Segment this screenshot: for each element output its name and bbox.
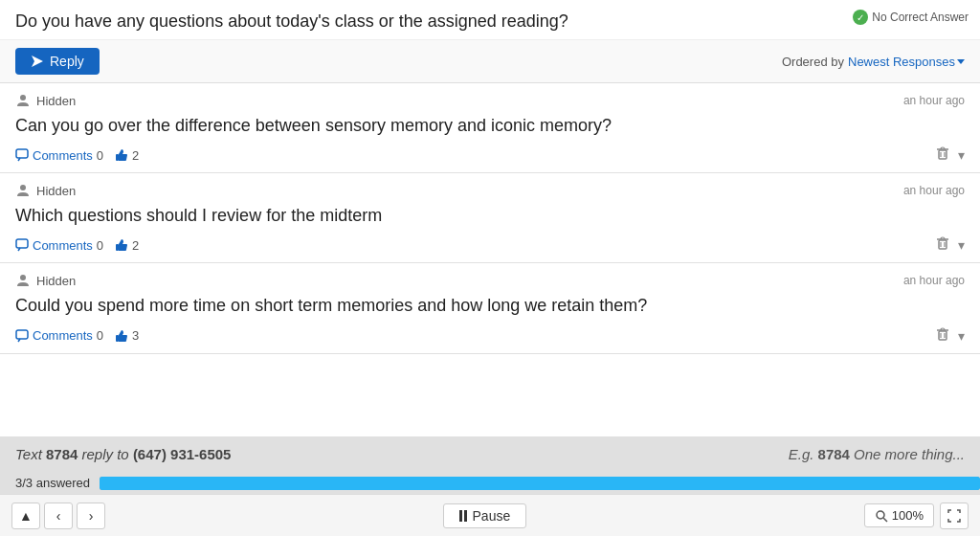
action-right-3: ▾ — [935, 326, 965, 346]
like-button-3[interactable]: 3 — [115, 328, 139, 343]
response-meta-1: Hidden an hour ago — [15, 93, 965, 108]
pause-icon — [459, 510, 467, 522]
delete-button-3[interactable] — [935, 326, 950, 346]
user-info-1: Hidden — [15, 93, 76, 108]
username-1: Hidden — [36, 94, 76, 108]
person-icon — [15, 183, 31, 198]
comments-button-1[interactable]: Comments 0 — [15, 148, 103, 163]
question-title: Do you have any questions about today's … — [15, 11, 965, 32]
bottom-right: 100% — [864, 502, 969, 529]
chevron-down-icon — [957, 59, 965, 64]
order-by-label: Ordered by — [782, 55, 844, 69]
delete-button-2[interactable] — [935, 235, 950, 255]
timestamp-2: an hour ago — [903, 184, 965, 197]
trash-icon — [935, 235, 950, 251]
svg-rect-2 — [16, 149, 28, 158]
svg-rect-5 — [939, 150, 947, 159]
text-bar-right: E.g. 8784 One more thing... — [789, 446, 965, 462]
comments-label-1: Comments — [33, 148, 93, 163]
like-count-3: 3 — [132, 328, 139, 343]
up-arrow-button[interactable]: ▲ — [11, 502, 40, 529]
svg-point-25 — [877, 511, 884, 519]
person-icon — [15, 93, 31, 108]
send-icon — [31, 55, 44, 68]
svg-rect-21 — [939, 331, 947, 340]
reply-button[interactable]: Reply — [15, 48, 100, 75]
action-left-1: Comments 0 2 — [15, 148, 139, 163]
bottom-left: ▲ ‹ › — [11, 502, 105, 529]
chevron-down-icon-2: ▾ — [958, 237, 965, 253]
like-count-2: 2 — [132, 238, 139, 253]
up-arrow-icon: ▲ — [19, 508, 33, 524]
response-text-3: Could you spend more time on short term … — [15, 294, 965, 318]
thumbs-up-icon — [115, 329, 128, 343]
response-item-3: Hidden an hour ago Could you spend more … — [0, 263, 980, 353]
next-button[interactable]: › — [77, 502, 105, 529]
trash-icon — [935, 326, 950, 342]
progress-track — [100, 477, 980, 490]
user-info-3: Hidden — [15, 273, 76, 288]
fullscreen-button[interactable] — [940, 502, 969, 529]
prev-icon: ‹ — [56, 508, 61, 524]
expand-button-2[interactable]: ▾ — [958, 237, 965, 253]
username-3: Hidden — [36, 274, 76, 288]
zoom-label: 100% — [892, 508, 924, 523]
comments-label-2: Comments — [33, 238, 93, 253]
comment-icon — [15, 148, 29, 162]
main-content: Do you have any questions about today's … — [0, 0, 980, 536]
svg-rect-20 — [116, 335, 119, 342]
thumbs-up-icon — [115, 148, 128, 162]
chevron-down-icon-1: ▾ — [958, 147, 965, 163]
svg-rect-13 — [939, 240, 947, 249]
no-correct-answer-label: No Correct Answer — [872, 11, 969, 24]
expand-button-1[interactable]: ▾ — [958, 147, 965, 163]
order-by-control: Ordered by Newest Responses — [782, 55, 965, 69]
response-actions-1: Comments 0 2 — [15, 145, 965, 165]
timestamp-1: an hour ago — [903, 94, 965, 107]
response-actions-3: Comments 0 3 — [15, 326, 965, 346]
svg-rect-12 — [116, 244, 119, 251]
comments-button-3[interactable]: Comments 0 — [15, 328, 103, 343]
pause-button[interactable]: Pause — [443, 503, 527, 528]
delete-button-1[interactable] — [935, 145, 950, 165]
like-button-2[interactable]: 2 — [115, 238, 139, 253]
comments-button-2[interactable]: Comments 0 — [15, 238, 103, 253]
action-left-2: Comments 0 2 — [15, 238, 139, 253]
response-item-2: Hidden an hour ago Which questions shoul… — [0, 173, 980, 263]
svg-point-17 — [20, 275, 26, 280]
action-right-2: ▾ — [935, 235, 965, 255]
svg-marker-0 — [32, 56, 43, 67]
pause-label: Pause — [473, 508, 511, 524]
svg-rect-4 — [116, 154, 119, 161]
progress-fill — [100, 477, 980, 490]
comment-count-3: 0 — [97, 328, 103, 343]
order-by-value-text: Newest Responses — [848, 55, 955, 69]
response-text-2: Which questions should I review for the … — [15, 204, 965, 228]
zoom-button[interactable]: 100% — [864, 503, 934, 527]
comments-label-3: Comments — [33, 328, 93, 343]
svg-rect-10 — [16, 239, 28, 248]
expand-button-3[interactable]: ▾ — [958, 328, 965, 344]
question-header: Do you have any questions about today's … — [0, 0, 980, 40]
username-2: Hidden — [36, 184, 76, 198]
no-correct-answer-badge: ✓ No Correct Answer — [853, 10, 969, 25]
response-meta-3: Hidden an hour ago — [15, 273, 965, 288]
order-by-value[interactable]: Newest Responses — [848, 55, 965, 69]
svg-point-9 — [20, 185, 26, 190]
comment-icon — [15, 238, 29, 252]
person-icon — [15, 273, 31, 288]
chevron-down-icon-3: ▾ — [958, 328, 965, 344]
text-bar: Text 8784 reply to (647) 931-6505 E.g. 8… — [0, 436, 980, 472]
response-meta-2: Hidden an hour ago — [15, 183, 965, 198]
comment-icon — [15, 329, 29, 343]
reply-button-label: Reply — [50, 54, 84, 69]
like-count-1: 2 — [132, 148, 139, 163]
like-button-1[interactable]: 2 — [115, 148, 139, 163]
response-text-1: Can you go over the difference between s… — [15, 114, 965, 138]
prev-button[interactable]: ‹ — [44, 502, 73, 529]
progress-label: 3/3 answered — [15, 476, 92, 490]
responses-toolbar: Reply Ordered by Newest Responses — [0, 40, 980, 83]
svg-line-26 — [883, 518, 887, 522]
trash-icon — [935, 145, 950, 161]
timestamp-3: an hour ago — [903, 274, 965, 287]
